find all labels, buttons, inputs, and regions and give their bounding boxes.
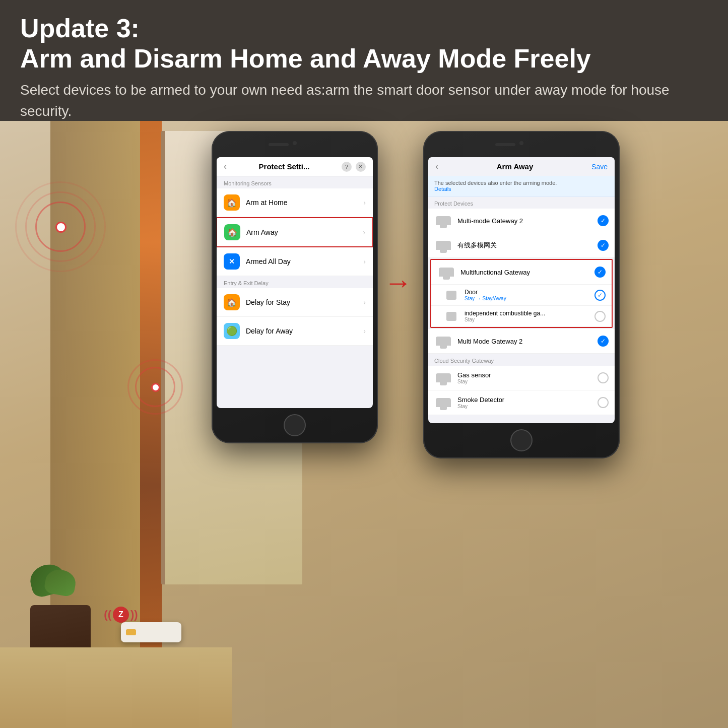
arm-at-home-item[interactable]: 🏠 Arm at Home › bbox=[217, 188, 373, 217]
multifunctional-gateway-group: Multifunctional Gateway ✓ Door Stay → St… bbox=[430, 259, 613, 328]
arm-away-icon: 🏠 bbox=[224, 224, 240, 240]
phone-right-shell: ‹ Arm Away Save The selected devices als… bbox=[423, 131, 620, 458]
smoke-detector-name: Smoke Detector bbox=[457, 396, 598, 404]
header-banner: Update 3: Arm and Disarm Home and Away M… bbox=[0, 0, 728, 121]
gas-sensor-check[interactable] bbox=[598, 372, 609, 383]
phone-left-home-btn[interactable] bbox=[284, 414, 306, 436]
monitoring-section-label: Monitoring Sensors bbox=[217, 176, 373, 188]
delay-away-chevron: › bbox=[363, 327, 366, 335]
right-back-button[interactable]: ‹ bbox=[435, 161, 438, 172]
multi-mode-check[interactable]: ✓ bbox=[598, 336, 609, 347]
device-multi-mode-gateway-2[interactable]: Multi Mode Gateway 2 ✓ bbox=[428, 329, 615, 354]
gas-sensor-icon bbox=[434, 371, 452, 385]
combustible-status: Stay bbox=[465, 317, 594, 322]
gas-sensor-name: Gas sensor bbox=[457, 371, 598, 379]
door-name: Door bbox=[465, 289, 594, 296]
phone-right-speaker bbox=[495, 143, 515, 146]
cloud-security-label: Cloud Security Gateway bbox=[428, 354, 615, 366]
door-status: Stay → Stay/Away bbox=[465, 296, 594, 301]
arm-away-label: Arm Away bbox=[246, 228, 363, 236]
multifunctional-icon bbox=[437, 265, 455, 279]
gateway-icon-1 bbox=[434, 214, 452, 228]
delay-away-item[interactable]: 🟢 Delay for Away › bbox=[217, 317, 373, 346]
sensor-dot-2 bbox=[151, 383, 160, 392]
multifunctional-name: Multifunctional Gateway bbox=[460, 269, 594, 276]
combustible-name: independent combustible ga... bbox=[465, 310, 594, 317]
save-button[interactable]: Save bbox=[591, 163, 608, 171]
left-screen-header: ‹ Protect Setti... ? ✕ bbox=[217, 157, 373, 176]
zigbee-left-wave: (( bbox=[104, 608, 111, 621]
combustible-check[interactable] bbox=[594, 311, 606, 322]
smoke-detector-status: Stay bbox=[457, 404, 598, 409]
zigbee-right-wave: )) bbox=[130, 608, 138, 621]
armed-all-day-icon: ✕ bbox=[224, 253, 240, 270]
device-gas-sensor[interactable]: Gas sensor Stay bbox=[428, 366, 615, 390]
protect-devices-label: Protect Devices bbox=[428, 196, 615, 209]
phone-left-shell: ‹ Protect Setti... ? ✕ Monitoring Sensor… bbox=[212, 131, 378, 443]
phone-right: ‹ Arm Away Save The selected devices als… bbox=[423, 131, 620, 458]
armed-all-day-item[interactable]: ✕ Armed All Day › bbox=[217, 247, 373, 276]
delay-away-label: Delay for Away bbox=[246, 327, 363, 335]
phone-right-home-btn[interactable] bbox=[510, 429, 533, 451]
left-screen-title: Protect Setti... bbox=[259, 162, 310, 171]
smoke-detector-icon bbox=[434, 395, 452, 410]
door-icon bbox=[446, 290, 460, 301]
arm-home-chevron: › bbox=[363, 198, 366, 207]
arm-home-icon: 🏠 bbox=[224, 194, 240, 211]
page-title: Arm and Disarm Home and Away Mode Freely bbox=[20, 43, 708, 74]
delay-stay-icon: 🏠 bbox=[224, 294, 240, 310]
multifunctional-check[interactable]: ✓ bbox=[594, 267, 606, 278]
device-multifunctional-gateway[interactable]: Multifunctional Gateway ✓ bbox=[431, 260, 612, 285]
help-icon[interactable]: ? bbox=[342, 162, 352, 172]
update-label: Update 3: bbox=[20, 14, 708, 43]
gateway-device bbox=[121, 622, 181, 642]
gas-sensor-status: Stay bbox=[457, 379, 598, 384]
back-button[interactable]: ‹ bbox=[224, 161, 227, 172]
zigbee-icon: Z bbox=[113, 607, 129, 623]
motion-sensor-2 bbox=[151, 383, 160, 392]
wired-gateway-icon bbox=[434, 238, 452, 252]
notice-banner: The selected devices also enter the armi… bbox=[428, 176, 615, 196]
gateway-2-check[interactable]: ✓ bbox=[598, 215, 609, 226]
combustible-icon bbox=[446, 311, 460, 322]
device-wired-gateway[interactable]: 有线多模网关 ✓ bbox=[428, 233, 615, 258]
device-multi-gateway-2[interactable]: Multi-mode Gateway 2 ✓ bbox=[428, 209, 615, 233]
door-check[interactable]: ✓ bbox=[594, 290, 606, 301]
arm-away-chevron: › bbox=[363, 228, 365, 236]
phone-right-screen: ‹ Arm Away Save The selected devices als… bbox=[428, 157, 615, 423]
notice-link[interactable]: Details bbox=[434, 186, 609, 192]
armed-all-day-label: Armed All Day bbox=[246, 257, 363, 266]
notice-text: The selected devices also enter the armi… bbox=[434, 180, 557, 186]
sensor-dot bbox=[55, 222, 67, 233]
header-description: Select devices to be armed to your own n… bbox=[20, 80, 708, 122]
armed-all-day-chevron: › bbox=[363, 257, 366, 266]
delay-away-icon: 🟢 bbox=[224, 323, 240, 339]
right-screen-header: ‹ Arm Away Save bbox=[428, 157, 615, 176]
sub-device-combustible[interactable]: independent combustible ga... Stay bbox=[431, 306, 612, 327]
motion-sensor-1 bbox=[55, 222, 67, 233]
gateway-2-name: Multi-mode Gateway 2 bbox=[457, 217, 598, 225]
device-smoke-detector[interactable]: Smoke Detector Stay bbox=[428, 390, 615, 415]
smoke-detector-check[interactable] bbox=[598, 397, 609, 408]
wired-gateway-check[interactable]: ✓ bbox=[598, 240, 609, 251]
delay-stay-label: Delay for Stay bbox=[246, 298, 363, 306]
multi-mode-name: Multi Mode Gateway 2 bbox=[457, 338, 598, 345]
phone-left-camera bbox=[293, 141, 297, 145]
delay-stay-item[interactable]: 🏠 Delay for Stay › bbox=[217, 288, 373, 317]
multi-mode-icon bbox=[434, 334, 452, 348]
phone-left-speaker bbox=[269, 143, 289, 146]
phone-left-screen: ‹ Protect Setti... ? ✕ Monitoring Sensor… bbox=[217, 157, 373, 408]
header-icons: ? ✕ bbox=[342, 162, 366, 172]
red-arrow bbox=[383, 272, 413, 292]
delay-stay-chevron: › bbox=[363, 298, 366, 306]
wired-gateway-name: 有线多模网关 bbox=[457, 241, 598, 250]
arm-away-item[interactable]: 🏠 Arm Away › bbox=[217, 217, 373, 247]
right-screen-title: Arm Away bbox=[497, 162, 534, 171]
delay-section-label: Entry & Exit Delay bbox=[217, 276, 373, 288]
table-surface bbox=[0, 647, 232, 728]
arm-home-label: Arm at Home bbox=[246, 198, 363, 207]
phone-left: ‹ Protect Setti... ? ✕ Monitoring Sensor… bbox=[212, 131, 378, 443]
phone-right-camera bbox=[519, 141, 523, 145]
sub-device-door[interactable]: Door Stay → Stay/Away ✓ bbox=[431, 285, 612, 306]
close-icon[interactable]: ✕ bbox=[356, 162, 366, 172]
